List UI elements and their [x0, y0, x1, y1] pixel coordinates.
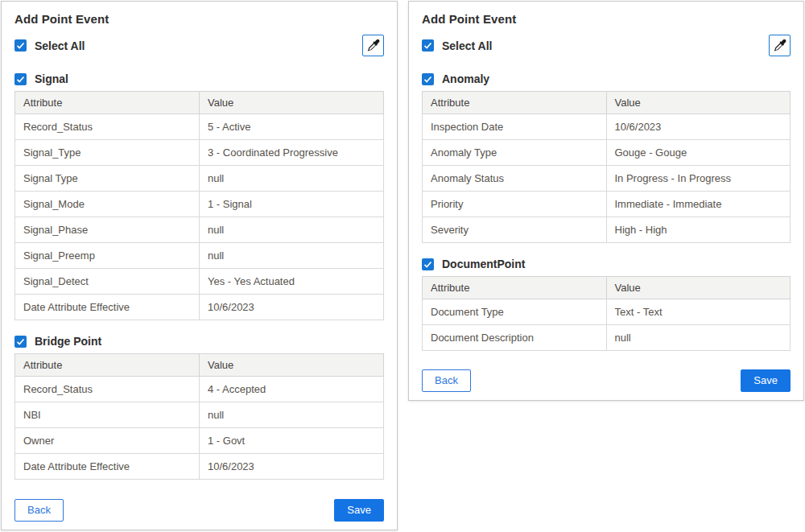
workspace: Add Point Event Select All Signal	[0, 0, 805, 532]
value-cell: null	[200, 243, 384, 269]
section-checkbox-anomaly[interactable]: Anomaly	[422, 72, 791, 85]
attribute-cell: Record_Status	[15, 377, 200, 402]
select-all-checkbox[interactable]	[422, 39, 434, 52]
column-header-value: Value	[200, 354, 384, 377]
select-all-checkbox[interactable]	[14, 39, 27, 52]
attribute-cell: Anomaly Status	[423, 166, 607, 192]
panel-footer: Back Save	[14, 491, 384, 522]
table-header-row: Attribute Value	[15, 354, 384, 377]
attribute-cell: Document Description	[423, 325, 607, 351]
table-row: Document Descriptionnull	[423, 325, 791, 351]
table-row: Anomaly TypeGouge - Gouge	[423, 140, 791, 166]
attribute-cell: Signal_Detect	[15, 269, 200, 295]
attribute-cell: Signal Type	[15, 166, 200, 192]
attribute-cell: Priority	[423, 192, 607, 217]
panel-topbar: Select All	[422, 35, 791, 56]
select-all-label: Select All	[442, 39, 493, 52]
attribute-table-signal: Attribute Value Record_Status5 - Active …	[14, 91, 384, 320]
value-cell: 4 - Accepted	[200, 377, 384, 402]
table-row: Anomaly StatusIn Progress - In Progress	[423, 166, 791, 192]
table-header-row: Attribute Value	[423, 277, 791, 299]
value-cell: null	[606, 325, 791, 351]
anomaly-checkbox[interactable]	[422, 73, 434, 85]
check-icon	[423, 41, 432, 50]
table-row: Date Attribute Effective10/6/2023	[15, 454, 384, 480]
table-row: Signal_Preempnull	[15, 243, 384, 269]
page-title: Add Point Event	[14, 12, 384, 26]
panel-footer: Back Save	[422, 361, 791, 392]
value-cell: null	[200, 402, 384, 428]
section-label: DocumentPoint	[442, 258, 525, 270]
check-icon	[16, 337, 25, 346]
document-point-checkbox[interactable]	[422, 258, 434, 270]
attribute-table-document-point: Attribute Value Document TypeText - Text…	[422, 276, 791, 351]
table-row: NBInull	[15, 402, 384, 428]
attribute-cell: Signal_Mode	[15, 192, 200, 217]
bridge-point-checkbox[interactable]	[14, 336, 27, 348]
check-icon	[423, 75, 432, 84]
table-row: Document TypeText - Text	[423, 299, 791, 325]
table-row: Signal_DetectYes - Yes Actuated	[15, 269, 384, 295]
column-header-attribute: Attribute	[15, 354, 200, 377]
attribute-cell: Anomaly Type	[423, 140, 607, 166]
attribute-table-anomaly: Attribute Value Inspection Date10/6/2023…	[422, 91, 791, 243]
section-label: Bridge Point	[35, 335, 101, 348]
section-label: Anomaly	[442, 72, 489, 85]
table-row: Inspection Date10/6/2023	[423, 114, 791, 140]
value-cell: 1 - Signal	[200, 192, 384, 217]
table-row: Owner1 - Govt	[15, 428, 384, 454]
table-row: Signal Typenull	[15, 166, 384, 192]
table-row: Signal_Type3 - Coordinated Progressive	[15, 140, 384, 166]
column-header-value: Value	[606, 277, 791, 299]
attribute-cell: Inspection Date	[423, 114, 607, 140]
table-header-row: Attribute Value	[15, 92, 384, 114]
save-button[interactable]: Save	[334, 499, 384, 522]
table-row: Signal_Mode1 - Signal	[15, 192, 384, 217]
eyedropper-icon	[367, 39, 380, 52]
page-title: Add Point Event	[422, 12, 791, 26]
select-all-checkbox-row[interactable]: Select All	[422, 39, 493, 52]
select-all-checkbox-row[interactable]: Select All	[14, 39, 85, 52]
attribute-cell: Date Attribute Effective	[15, 454, 200, 480]
table-row: PriorityImmediate - Immediate	[423, 192, 791, 217]
section-checkbox-signal[interactable]: Signal	[14, 72, 384, 85]
section-checkbox-bridge-point[interactable]: Bridge Point	[14, 335, 384, 348]
attribute-cell: Document Type	[423, 299, 607, 325]
value-cell: null	[200, 166, 384, 192]
panel-topbar: Select All	[14, 35, 384, 56]
table-row: Record_Status5 - Active	[15, 114, 384, 140]
attribute-cell: Signal_Preemp	[15, 243, 200, 269]
attribute-cell: NBI	[15, 402, 200, 428]
value-cell: 10/6/2023	[200, 295, 384, 320]
back-button[interactable]: Back	[422, 369, 471, 392]
save-button[interactable]: Save	[741, 369, 791, 392]
signal-checkbox[interactable]	[14, 73, 27, 85]
attribute-cell: Signal_Type	[15, 140, 200, 166]
back-button[interactable]: Back	[14, 499, 64, 522]
value-cell: Text - Text	[606, 299, 791, 325]
column-header-attribute: Attribute	[423, 92, 607, 114]
table-row: Record_Status4 - Accepted	[15, 377, 384, 402]
section-label: Signal	[35, 72, 68, 85]
eyedropper-icon	[774, 39, 786, 52]
column-header-attribute: Attribute	[423, 277, 607, 299]
section-anomaly: Anomaly Attribute Value Inspection Date1…	[422, 72, 791, 243]
value-cell: 10/6/2023	[200, 454, 384, 480]
eyedropper-button[interactable]	[362, 35, 384, 56]
column-header-attribute: Attribute	[15, 92, 200, 114]
attribute-cell: Record_Status	[15, 114, 200, 140]
select-all-label: Select All	[35, 39, 85, 52]
value-cell: 1 - Govt	[200, 428, 384, 454]
eyedropper-button[interactable]	[769, 35, 791, 56]
table-row: Signal_Phasenull	[15, 217, 384, 243]
table-row: SeverityHigh - High	[423, 217, 791, 243]
value-cell: In Progress - In Progress	[606, 166, 791, 192]
value-cell: 10/6/2023	[606, 114, 791, 140]
attribute-table-bridge-point: Attribute Value Record_Status4 - Accepte…	[14, 353, 384, 480]
value-cell: 5 - Active	[200, 114, 384, 140]
section-checkbox-document-point[interactable]: DocumentPoint	[422, 258, 791, 270]
add-point-event-panel-left: Add Point Event Select All Signal	[1, 1, 398, 530]
value-cell: High - High	[606, 217, 791, 243]
attribute-cell: Signal_Phase	[15, 217, 200, 243]
check-icon	[16, 41, 25, 50]
